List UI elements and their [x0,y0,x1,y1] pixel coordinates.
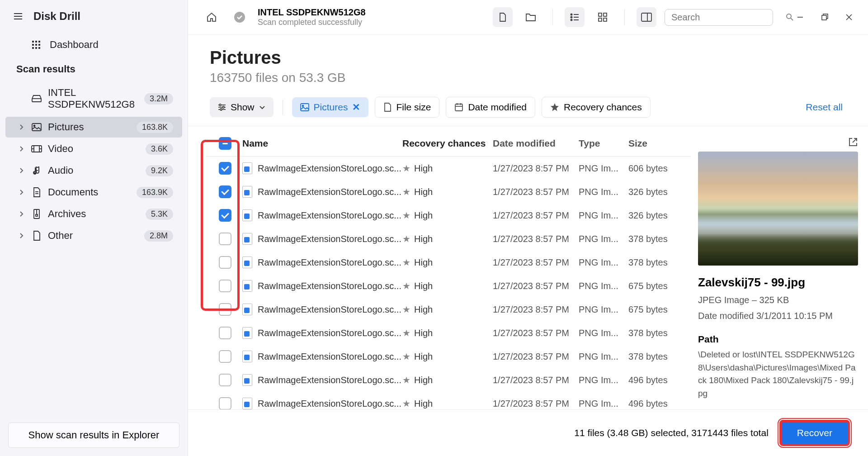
file-name: RawImageExtensionStoreLogo.sc... [258,352,401,362]
svg-line-57 [853,138,857,142]
col-name[interactable]: Name [241,138,402,149]
file-icon [383,103,392,112]
filter-recovery[interactable]: Recovery chances [542,97,651,118]
view-grid-icon[interactable] [593,7,613,27]
size-value: 675 bytes [628,304,687,315]
svg-rect-5 [38,41,40,43]
table-row[interactable]: RawImageExtensionStoreLogo.sc... ★High 1… [206,392,691,409]
sidebar-item-documents[interactable]: Documents 163.9K [5,182,182,203]
footer: 11 files (3.48 GB) selected, 3171443 fil… [188,409,868,456]
audio-icon [31,166,42,176]
size-value: 378 bytes [628,234,687,244]
open-external-icon[interactable] [848,137,858,147]
col-date[interactable]: Date modified [493,138,579,149]
filter-date[interactable]: Date modified [446,97,535,118]
star-icon: ★ [402,210,410,220]
table-row[interactable]: RawImageExtensionStoreLogo.sc... ★High 1… [206,345,691,368]
calendar-icon [454,103,463,112]
filter-pictures[interactable]: Pictures ✕ [292,97,369,117]
sidebar-item-audio[interactable]: Audio 9.2K [5,160,182,181]
search-input[interactable] [671,12,786,23]
window-minimize-icon[interactable] [795,12,806,23]
close-icon[interactable]: ✕ [352,102,360,113]
date-value: 1/27/2023 8:57 PM [493,187,579,197]
table-row[interactable]: RawImageExtensionStoreLogo.sc... ★High 1… [206,227,691,251]
file-icon [242,162,252,174]
home-icon[interactable] [202,7,222,27]
table-row[interactable]: RawImageExtensionStoreLogo.sc... ★High 1… [206,274,691,298]
row-checkbox[interactable] [219,280,231,292]
sidebar-item-label: Other [48,230,139,242]
image-icon [300,103,309,111]
show-dropdown[interactable]: Show [210,97,274,117]
view-folder-icon[interactable] [521,7,541,27]
chevron-right-icon [19,211,25,217]
svg-rect-25 [36,214,38,216]
filter-filesize[interactable]: File size [375,97,439,118]
recovery-value: High [414,375,433,385]
sidebar-item-drive[interactable]: INTEL SSDPEKNW512G8 3.2M [5,82,182,115]
size-value: 326 bytes [628,210,687,221]
file-name: RawImageExtensionStoreLogo.sc... [258,210,401,221]
scan-results-heading: Scan results [0,57,188,81]
recovery-value: High [414,352,433,361]
file-icon [242,374,252,386]
topbar: INTEL SSDPEKNW512G8 Scan completed succe… [188,0,868,35]
file-name: RawImageExtensionStoreLogo.sc... [258,163,401,174]
sidebar-item-count: 5.3K [146,209,173,220]
select-all-checkbox[interactable] [219,137,231,150]
row-checkbox[interactable] [219,350,231,363]
table-row[interactable]: RawImageExtensionStoreLogo.sc... ★High 1… [206,157,691,180]
svg-rect-10 [35,47,37,49]
menu-icon[interactable] [13,11,24,22]
sidebar-item-archives[interactable]: Archives 5.3K [5,204,182,224]
row-checkbox[interactable] [219,185,231,198]
col-size[interactable]: Size [628,138,687,149]
recovery-value: High [414,163,433,173]
row-checkbox[interactable] [219,374,231,386]
file-name: RawImageExtensionStoreLogo.sc... [258,304,401,315]
sidebar-item-video[interactable]: Video 3.6K [5,138,182,159]
type-value: PNG Im... [579,399,628,409]
svg-point-48 [219,104,221,106]
table-row[interactable]: RawImageExtensionStoreLogo.sc... ★High 1… [206,180,691,204]
row-checkbox[interactable] [219,397,231,409]
search-box[interactable] [665,9,773,26]
sidebar-item-other[interactable]: Other 2.8M [5,225,182,246]
row-checkbox[interactable] [219,233,231,245]
file-name: RawImageExtensionStoreLogo.sc... [258,399,401,409]
date-value: 1/27/2023 8:57 PM [493,210,579,221]
size-value: 378 bytes [628,352,687,362]
table-row[interactable]: RawImageExtensionStoreLogo.sc... ★High 1… [206,251,691,274]
recover-button[interactable]: Recover [779,420,850,446]
window-maximize-icon[interactable] [819,12,830,23]
svg-rect-4 [35,41,37,43]
svg-rect-8 [38,44,40,46]
sidebar-item-dashboard[interactable]: Dashboard [0,33,188,57]
recovery-value: High [414,187,433,197]
row-checkbox[interactable] [219,256,231,269]
table-row[interactable]: RawImageExtensionStoreLogo.sc... ★High 1… [206,204,691,227]
col-recovery[interactable]: Recovery chances [402,138,493,149]
reset-all-link[interactable]: Reset all [806,102,846,113]
row-checkbox[interactable] [219,303,231,316]
table-row[interactable]: RawImageExtensionStoreLogo.sc... ★High 1… [206,368,691,392]
show-in-explorer-button[interactable]: Show scan results in Explorer [8,423,179,448]
file-table: Name Recovery chances Date modified Type… [188,126,691,409]
row-checkbox[interactable] [219,209,231,222]
toggle-preview-icon[interactable] [637,7,656,27]
table-row[interactable]: RawImageExtensionStoreLogo.sc... ★High 1… [206,298,691,321]
window-close-icon[interactable] [844,12,854,23]
view-list-icon[interactable] [565,7,585,27]
row-checkbox[interactable] [219,162,231,175]
size-value: 496 bytes [628,375,687,385]
row-checkbox[interactable] [219,327,231,339]
sidebar-item-count: 3.6K [146,143,173,155]
col-type[interactable]: Type [579,138,628,149]
sidebar-item-pictures[interactable]: Pictures 163.8K [5,117,182,138]
view-file-icon[interactable] [493,7,513,27]
type-value: PNG Im... [579,210,628,221]
file-icon [242,256,252,268]
table-row[interactable]: RawImageExtensionStoreLogo.sc... ★High 1… [206,321,691,345]
page-subtitle: 163750 files on 53.3 GB [210,71,846,85]
